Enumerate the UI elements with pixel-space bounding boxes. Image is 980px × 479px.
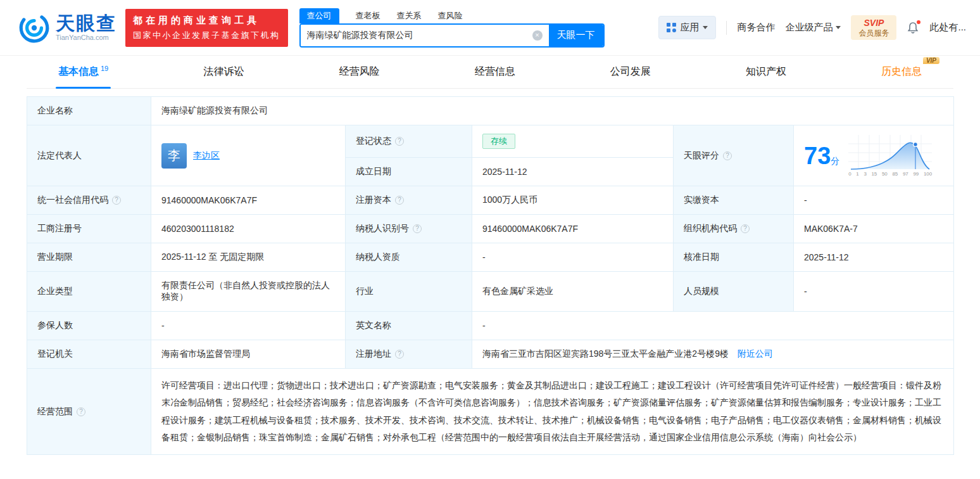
legal-rep-link[interactable]: 李边区 — [193, 150, 220, 162]
table-row: 营业期限 2025-11-12 至 无固定期限 纳税人资质 - 核准日期 202… — [27, 243, 954, 272]
table-row: 工商注册号 460203001118182 纳税人识别号? 91460000MA… — [27, 215, 954, 243]
table-row: 经营范围? 许可经营项目：进出口代理；货物进出口；技术进出口；矿产资源勘查；电气… — [27, 369, 954, 455]
legal-rep-label: 法定代表人 — [27, 125, 151, 186]
search-area: 查公司 查老板 查关系 查风险 × 天眼一下 — [299, 8, 605, 48]
tab-legal-proceedings[interactable]: 法律诉讼 — [201, 56, 246, 88]
score-cell[interactable]: 73分 — [794, 125, 954, 186]
company-name-value: 海南绿矿能源投资有限公司 — [151, 97, 954, 125]
logo-text-cn: 天眼查 — [56, 13, 116, 34]
score-value: 73 — [804, 143, 831, 169]
promo-banner-line1: 都在用的商业查询工具 — [133, 15, 280, 27]
staff-size-value: - — [794, 272, 954, 312]
search-box: × 天眼一下 — [299, 23, 605, 48]
search-tab-risk[interactable]: 查风险 — [438, 8, 463, 23]
score-distribution-chart: 0131550859799100 — [848, 135, 932, 177]
search-tab-boss[interactable]: 查老板 — [356, 8, 380, 23]
paid-capital-label: 实缴资本 — [674, 186, 794, 215]
question-icon[interactable]: ? — [413, 224, 422, 233]
credit-code-value: 91460000MAK06K7A7F — [151, 186, 346, 215]
taxpayer-quality-label: 纳税人资质 — [346, 243, 472, 272]
tab-operating-info[interactable]: 经营信息 — [472, 56, 518, 88]
industry-value: 有色金属矿采选业 — [472, 272, 674, 312]
reg-authority-value: 海南省市场监督管理局 — [151, 340, 346, 369]
chevron-down-icon — [836, 26, 841, 29]
search-button[interactable]: 天眼一下 — [549, 25, 603, 46]
legal-rep-avatar[interactable]: 李 — [161, 143, 187, 169]
establish-date-label: 成立日期 — [346, 158, 472, 186]
english-name-value: - — [472, 312, 954, 340]
score-unit: 分 — [831, 156, 839, 166]
org-code-value: MAK06K7A-7 — [794, 215, 954, 243]
credit-code-label-text: 统一社会信用代码 — [37, 195, 108, 205]
header-right: 应用 商务合作 企业级产品 SVIP 会员服务 此处有... — [658, 15, 966, 40]
tab-operating-risk[interactable]: 经营风险 — [337, 56, 382, 88]
score-label-text: 天眼评分 — [684, 150, 719, 160]
table-row: 企业名称 海南绿矿能源投资有限公司 — [27, 97, 954, 125]
approval-date-value: 2025-11-12 — [794, 243, 954, 272]
tab-basic-info-label: 基本信息 — [58, 65, 99, 79]
business-term-value: 2025-11-12 至 无固定期限 — [151, 243, 346, 272]
promo-banner-line2: 国家中小企业发展子基金旗下机构 — [133, 30, 280, 41]
tab-intellectual-property[interactable]: 知识产权 — [743, 56, 789, 88]
question-icon[interactable]: ? — [395, 350, 404, 359]
address-value: 海南省三亚市吉阳区迎宾路198号三亚太平金融产业港2号楼9楼 — [482, 348, 729, 359]
english-name-label: 英文名称 — [346, 312, 472, 340]
taxpayer-id-label-text: 纳税人识别号 — [356, 223, 409, 233]
business-cooperation-link[interactable]: 商务合作 — [737, 22, 775, 34]
nearby-companies-link[interactable]: 附近公司 — [738, 348, 773, 359]
reg-status-label: 登记状态? — [346, 125, 472, 158]
search-tab-relation[interactable]: 查关系 — [397, 8, 422, 23]
industry-label: 行业 — [346, 272, 472, 312]
company-section-tabs: 基本信息 19 法律诉讼 经营风险 经营信息 公司发展 知识产权 历史信息 VI… — [27, 56, 953, 89]
svip-membership-button[interactable]: SVIP 会员服务 — [851, 15, 896, 40]
question-icon[interactable]: ? — [395, 196, 404, 205]
reg-status-label-text: 登记状态 — [356, 136, 391, 146]
insured-count-value: - — [151, 312, 346, 340]
score-axis-labels: 0131550859799100 — [848, 171, 932, 177]
business-scope-label: 经营范围? — [27, 369, 151, 455]
tianyancha-logo-icon — [18, 11, 51, 44]
address-label: 注册地址? — [346, 340, 472, 369]
question-icon[interactable]: ? — [741, 224, 750, 233]
clear-search-icon[interactable]: × — [532, 30, 543, 41]
org-code-label: 组织机构代码? — [674, 215, 794, 243]
basic-info-table: 企业名称 海南绿矿能源投资有限公司 法定代表人 李 李边区 登记状态? 存续 天… — [27, 96, 954, 455]
table-row: 法定代表人 李 李边区 登记状态? 存续 天眼评分? 73分 — [27, 125, 954, 158]
enterprise-products-label: 企业级产品 — [785, 22, 832, 34]
insured-count-label: 参保人数 — [27, 312, 151, 340]
company-name-label: 企业名称 — [27, 97, 151, 125]
enterprise-products-link[interactable]: 企业级产品 — [785, 22, 841, 34]
notice-text[interactable]: 此处有... — [929, 22, 966, 34]
notification-bell-icon[interactable] — [907, 22, 919, 34]
table-row: 参保人数 - 英文名称 - — [27, 312, 954, 340]
score-label: 天眼评分? — [674, 125, 794, 186]
company-type-value: 有限责任公司（非自然人投资或控股的法人独资） — [151, 272, 346, 312]
tianyancha-logo[interactable]: 天眼查 TianYanCha.com — [18, 11, 116, 44]
reg-authority-label: 登记机关 — [27, 340, 151, 369]
table-row: 统一社会信用代码? 91460000MAK06K7A7F 注册资本? 1000万… — [27, 186, 954, 215]
approval-date-label: 核准日期 — [674, 243, 794, 272]
taxpayer-id-value: 91460000MAK06K7A7F — [472, 215, 674, 243]
logo-text-en: TianYanCha.com — [56, 34, 116, 42]
tab-basic-info[interactable]: 基本信息 19 — [56, 56, 111, 88]
tab-company-development[interactable]: 公司发展 — [608, 56, 653, 88]
org-code-label-text: 组织机构代码 — [684, 223, 737, 233]
credit-code-label: 统一社会信用代码? — [27, 186, 151, 215]
top-bar: 天眼查 TianYanCha.com 都在用的商业查询工具 国家中小企业发展子基… — [0, 0, 980, 56]
question-icon[interactable]: ? — [112, 196, 121, 205]
tab-history-info-label: 历史信息 — [881, 65, 922, 79]
staff-size-label: 人员规模 — [674, 272, 794, 312]
question-icon[interactable]: ? — [77, 407, 85, 416]
reg-number-value: 460203001118182 — [151, 215, 346, 243]
status-badge: 存续 — [482, 134, 515, 149]
search-tab-company[interactable]: 查公司 — [299, 8, 339, 23]
header-divider — [726, 21, 727, 35]
search-input[interactable] — [301, 25, 532, 46]
tab-history-info[interactable]: 历史信息 VIP — [879, 56, 924, 88]
question-icon[interactable]: ? — [723, 151, 732, 160]
apps-button[interactable]: 应用 — [658, 16, 716, 39]
apps-grid-icon — [667, 23, 676, 32]
question-icon[interactable]: ? — [395, 137, 404, 146]
table-row: 企业类型 有限责任公司（非自然人投资或控股的法人独资） 行业 有色金属矿采选业 … — [27, 272, 954, 312]
establish-date-value: 2025-11-12 — [472, 158, 674, 186]
